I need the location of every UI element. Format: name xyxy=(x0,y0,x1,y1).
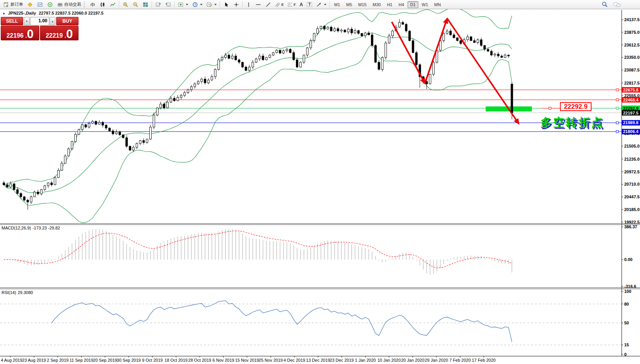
arrange-up-icon xyxy=(155,2,161,8)
indicators-button[interactable] xyxy=(176,1,190,8)
timeframe-button-D1[interactable]: D1 xyxy=(408,1,418,8)
date-label: 13 Dec 2019 xyxy=(306,358,330,362)
search-icon[interactable] xyxy=(602,1,608,8)
zoom-in-icon xyxy=(122,2,129,8)
timeframe-button-H4[interactable]: H4 xyxy=(396,1,407,8)
annotation-text[interactable]: 多空转折点 xyxy=(540,115,604,131)
buy-price-panel[interactable]: 22219 .0 xyxy=(40,26,79,40)
price-tick-label: 20185.0 xyxy=(624,207,640,212)
buy-button[interactable]: BUY xyxy=(56,17,79,25)
macd-values: -173.23 -29.82 xyxy=(32,226,60,230)
trendline-tool-button[interactable] xyxy=(263,1,273,8)
trendline-icon xyxy=(265,2,271,8)
macd-scale-label: -316.6 xyxy=(624,284,636,289)
toolbar-group-right xyxy=(602,1,621,8)
toolbar-separator xyxy=(119,1,119,8)
pane-frame xyxy=(0,10,640,356)
date-label: 18 Oct 2019 xyxy=(165,358,188,362)
line-chart-button[interactable] xyxy=(108,1,118,8)
price-tick-label: 20710.0 xyxy=(624,182,640,186)
price-tick-label: 24137.5 xyxy=(624,17,640,22)
price-tag-label: 21806.4 xyxy=(623,129,639,134)
toolbar-group-arrange xyxy=(153,0,173,9)
timeframe-button-W1[interactable]: W1 xyxy=(419,1,431,8)
date-label: 15 Nov 2019 xyxy=(235,358,259,362)
timeframe-button-M15[interactable]: M15 xyxy=(356,1,369,8)
text-tool-button[interactable]: A xyxy=(298,1,305,8)
arrange-charts-alt-button[interactable] xyxy=(163,1,173,8)
zoom-out-button[interactable] xyxy=(130,1,140,8)
chart-canvas[interactable]: 24137.523875.023612.523350.023087.522817… xyxy=(0,0,640,364)
date-label: 11 Sep 2019 xyxy=(70,358,94,362)
signal-icon xyxy=(47,2,53,8)
market-watch-button[interactable] xyxy=(25,1,35,8)
arrange-charts-button[interactable] xyxy=(153,1,163,8)
price-tag-label: 22468.4 xyxy=(623,98,639,102)
panel-expander-icon[interactable]: ▲ xyxy=(2,12,5,15)
toolbar-group-trade: 新订单 自动交易 xyxy=(1,0,83,9)
price-tick-label: 21505.0 xyxy=(624,144,640,148)
volume-increase-button[interactable]: ▲ xyxy=(50,17,55,25)
bar-chart-button[interactable] xyxy=(88,1,98,8)
arrange-down-icon xyxy=(165,2,171,8)
text-tool-letter: A xyxy=(300,2,303,7)
zoom-in-button[interactable] xyxy=(120,1,130,8)
periods-button[interactable] xyxy=(190,1,204,8)
price-tick-label: 23875.0 xyxy=(624,30,640,35)
one-click-trading-widget: SELL ▼ 1.00 ▲ BUY 22196 .0 22219 .0 xyxy=(1,17,79,40)
date-label: 10 Jan 2020 xyxy=(378,358,401,362)
toolbar-separator xyxy=(152,1,152,8)
text-label-letter: T xyxy=(307,2,312,7)
clock-icon xyxy=(192,2,198,8)
templates-button[interactable] xyxy=(204,1,219,8)
timeframe-button-M30[interactable]: M30 xyxy=(370,1,383,8)
rsi-scale-label: 80 xyxy=(624,302,629,306)
sell-price-panel[interactable]: 22196 .0 xyxy=(1,26,39,40)
macd-pane: 386.370.00-316.6 xyxy=(4,224,637,289)
timeframe-button-MN[interactable]: MN xyxy=(431,1,443,8)
price-axis[interactable]: 24137.523875.023612.523350.023087.522817… xyxy=(622,17,640,224)
arrows-tool-button[interactable] xyxy=(314,1,328,8)
tile-windows-button[interactable] xyxy=(140,1,150,8)
price-tick-label: 21235.0 xyxy=(624,157,640,161)
price-tick-label: 20972.5 xyxy=(624,170,640,174)
horizontal-line-tool-button[interactable] xyxy=(253,1,263,8)
fibonacci-tool-button[interactable]: F xyxy=(286,1,298,8)
chat-icon[interactable] xyxy=(613,2,621,8)
date-axis[interactable]: 4 Aug 201923 Aug 20192 Sep 201911 Sep 20… xyxy=(1,356,496,362)
zoom-out-icon xyxy=(132,2,139,8)
sell-price-pip: 0 xyxy=(27,28,33,40)
macd-scale-label: 386.37 xyxy=(624,224,637,229)
volume-decrease-button[interactable]: ▼ xyxy=(24,17,30,25)
cursor-button[interactable] xyxy=(221,1,231,8)
channel-tool-button[interactable]: E xyxy=(273,1,286,8)
text-label-tool-button[interactable]: T xyxy=(305,1,314,8)
sell-button[interactable]: SELL xyxy=(1,17,23,25)
candlestick-chart-button[interactable] xyxy=(98,1,108,8)
rsi-scale-label: 100 xyxy=(624,289,631,294)
new-order-button[interactable]: 新订单 xyxy=(1,1,25,8)
dropdown-caret-icon xyxy=(214,4,217,5)
toolbar-separator xyxy=(174,1,175,8)
new-order-icon xyxy=(3,2,9,8)
signals-button[interactable] xyxy=(45,1,55,8)
vertical-line-tool-button[interactable] xyxy=(244,1,253,8)
rsi-label: RSI(14)29.3080 xyxy=(2,290,35,295)
chart-window-button[interactable] xyxy=(35,1,45,8)
date-label: 20 Sep 2019 xyxy=(93,358,117,362)
tile-windows-icon xyxy=(142,2,149,8)
timeframe-button-M1[interactable]: M1 xyxy=(331,1,343,8)
timeframe-button-H1[interactable]: H1 xyxy=(384,1,395,8)
indicators-icon xyxy=(178,2,184,8)
dropdown-caret-icon xyxy=(186,4,188,5)
price-tick-label: 23350.0 xyxy=(624,55,640,60)
toolbar-group-zoom xyxy=(120,0,150,9)
timeframe-button-M5[interactable]: M5 xyxy=(344,1,355,8)
horizontal-line-icon xyxy=(255,2,261,8)
volume-control: ▼ 1.00 ▲ xyxy=(24,17,55,25)
volume-input[interactable]: 1.00 xyxy=(30,17,49,25)
auto-trading-button[interactable]: 自动交易 xyxy=(55,1,83,8)
price-callout-box[interactable]: 22292.9 xyxy=(560,102,592,111)
crosshair-button[interactable] xyxy=(231,1,241,8)
symbol-ohlc-values: 22797.5 22837.5 22060.0 22197.5 xyxy=(39,11,104,15)
